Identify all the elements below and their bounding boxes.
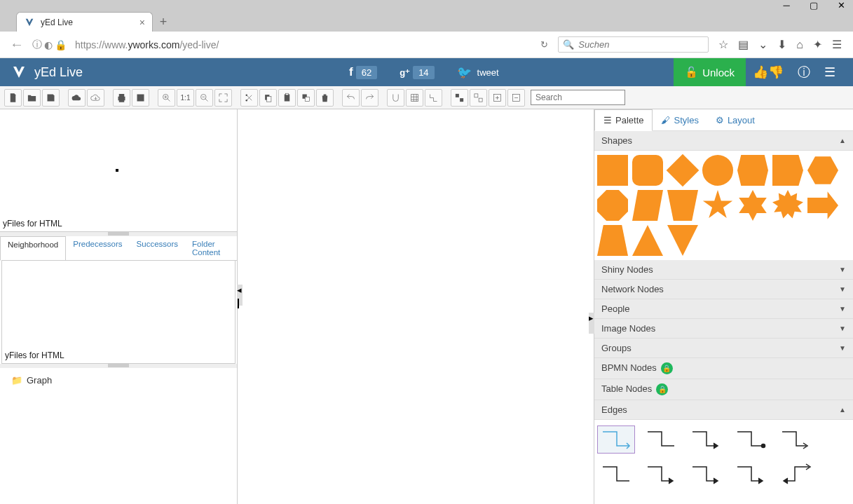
delete-button[interactable]: [316, 89, 334, 107]
left-splitter-1[interactable]: [0, 232, 237, 236]
section-image-nodes[interactable]: Image Nodes▼: [594, 319, 853, 339]
site-identity[interactable]: ⓘ ◐ 🔒: [32, 39, 67, 51]
cloud-open-button[interactable]: [68, 89, 86, 107]
shape-octagon[interactable]: [597, 190, 628, 221]
pocket-icon[interactable]: ⌄: [758, 38, 767, 51]
shape-ellipse[interactable]: [702, 155, 733, 186]
tab-palette[interactable]: ☰Palette: [594, 109, 653, 131]
ungroup-button[interactable]: [470, 89, 487, 107]
overview-panel[interactable]: yFiles for HTML: [0, 109, 237, 232]
section-groups[interactable]: Groups▼: [594, 339, 853, 358]
tab-successors[interactable]: Successors: [130, 236, 185, 260]
section-network-nodes[interactable]: Network Nodes▼: [594, 280, 853, 299]
new-file-button[interactable]: [4, 89, 22, 107]
left-splitter-2[interactable]: [0, 364, 237, 368]
edge-type-3[interactable]: [687, 425, 725, 454]
twitter-share-button[interactable]: 🐦 tweet: [457, 65, 499, 80]
info-circle-icon[interactable]: ⓘ: [791, 64, 817, 81]
googleplus-share-button[interactable]: g⁺ 14: [400, 66, 434, 79]
section-shiny-nodes[interactable]: Shiny Nodes▼: [594, 260, 853, 280]
zoom-reset-button[interactable]: 1:1: [177, 89, 194, 107]
shape-star8[interactable]: [772, 190, 803, 221]
shape-triangle-down[interactable]: [667, 225, 698, 256]
downloads-icon[interactable]: ⬇: [777, 38, 786, 51]
zoom-out-button[interactable]: [196, 89, 213, 107]
section-people[interactable]: People▼: [594, 299, 853, 319]
addon-icon[interactable]: ✦: [813, 38, 822, 51]
paste-button[interactable]: [278, 89, 296, 107]
graph-canvas[interactable]: ◂ ▸ yFiles for HTML ◂ ▸: [238, 109, 594, 504]
enter-group-button[interactable]: [489, 89, 506, 107]
window-minimize-icon[interactable]: ─: [782, 1, 791, 11]
browser-tab[interactable]: yEd Live ×: [16, 12, 153, 32]
print-button[interactable]: [113, 89, 130, 107]
tab-layout[interactable]: ⚙Layout: [707, 109, 763, 130]
shape-trapezoid-up[interactable]: [597, 225, 628, 256]
browser-search-input[interactable]: [578, 39, 704, 50]
edge-type-5[interactable]: [777, 425, 814, 454]
home-icon[interactable]: ⌂: [796, 39, 803, 51]
edge-type-1[interactable]: [597, 425, 635, 454]
edge-type-4[interactable]: [732, 425, 770, 454]
shape-rectangle[interactable]: [597, 155, 628, 186]
url-display[interactable]: https://www.yworks.com/yed-live/: [71, 38, 484, 52]
shape-trapezoid-down[interactable]: [667, 190, 698, 221]
open-file-button[interactable]: [23, 89, 41, 107]
window-maximize-icon[interactable]: ▢: [809, 1, 819, 11]
context-view[interactable]: yFiles for HTML: [1, 260, 236, 364]
shape-triangle-up[interactable]: [632, 225, 663, 256]
refresh-icon[interactable]: ↻: [535, 39, 554, 50]
tab-predecessors[interactable]: Predecessors: [66, 236, 129, 260]
canvas-split-right-handle[interactable]: ▸: [589, 313, 594, 334]
shape-star6[interactable]: [737, 190, 768, 221]
zoom-in-button[interactable]: [158, 89, 175, 107]
section-bpmn-nodes[interactable]: BPMN Nodes🔒: [594, 358, 853, 379]
tab-styles[interactable]: 🖌Styles: [653, 109, 707, 130]
tab-neighborhood[interactable]: Neighborhood: [0, 236, 66, 261]
grid-button[interactable]: [406, 89, 423, 107]
duplicate-button[interactable]: [297, 89, 315, 107]
section-edges[interactable]: Edges▲: [594, 400, 853, 420]
group-button[interactable]: [451, 89, 468, 107]
menu-icon[interactable]: ☰: [832, 38, 842, 51]
redo-button[interactable]: [361, 89, 378, 107]
edge-type-10[interactable]: [777, 461, 814, 489]
new-tab-button[interactable]: +: [153, 12, 174, 32]
section-shapes[interactable]: Shapes▲: [594, 131, 853, 151]
shape-roundrect[interactable]: [632, 155, 663, 186]
shape-tag[interactable]: [772, 155, 803, 186]
tab-folder-content[interactable]: Folder Content: [185, 236, 237, 260]
window-close-icon[interactable]: ✕: [836, 1, 846, 11]
facebook-share-button[interactable]: f 62: [349, 65, 377, 79]
back-icon[interactable]: ←: [6, 36, 28, 53]
shape-diamond[interactable]: [667, 154, 700, 187]
toolbar-search-input[interactable]: [531, 90, 625, 105]
unlock-button[interactable]: 🔓 Unlock: [674, 58, 746, 86]
app-menu-icon[interactable]: ☰: [817, 64, 842, 80]
exit-group-button[interactable]: [507, 89, 525, 107]
fit-content-button[interactable]: [214, 89, 232, 107]
browser-search-box[interactable]: 🔍: [558, 36, 709, 53]
save-button[interactable]: [42, 89, 60, 107]
feedback-thumbs-icon[interactable]: 👍👎: [746, 64, 791, 80]
edge-type-9[interactable]: [732, 461, 770, 489]
cut-button[interactable]: [240, 89, 258, 107]
bookmark-star-icon[interactable]: ☆: [718, 38, 728, 51]
section-table-nodes[interactable]: Table Nodes🔒: [594, 379, 853, 400]
cloud-save-button[interactable]: [87, 89, 104, 107]
edge-type-2[interactable]: [642, 425, 680, 454]
edge-type-6[interactable]: [597, 461, 635, 489]
orthogonal-edges-button[interactable]: [425, 89, 442, 107]
edge-type-7[interactable]: [642, 461, 680, 489]
shape-hexagon[interactable]: [807, 155, 838, 186]
undo-button[interactable]: [342, 89, 360, 107]
shape-fatarrow[interactable]: [807, 190, 838, 221]
shape-star5[interactable]: [702, 190, 733, 221]
snap-button[interactable]: [387, 89, 404, 107]
edge-type-8[interactable]: [687, 461, 725, 489]
tab-close-icon[interactable]: ×: [139, 17, 145, 28]
copy-button[interactable]: [259, 89, 277, 107]
tree-item-graph[interactable]: 📁 Graph: [7, 372, 230, 388]
shape-parallelogram[interactable]: [632, 190, 663, 221]
shape-hex-h[interactable]: [737, 155, 768, 186]
